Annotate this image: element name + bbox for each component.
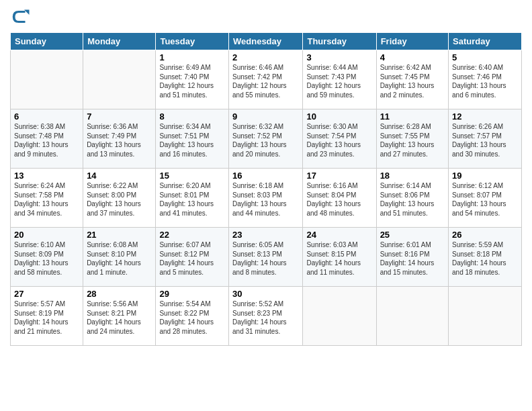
calendar-cell: 28Sunrise: 5:56 AM Sunset: 8:21 PM Dayli… [83, 287, 156, 346]
day-number: 13 [14, 171, 79, 181]
day-info: Sunrise: 6:24 AM Sunset: 7:58 PM Dayligh… [14, 181, 79, 218]
calendar-cell: 10Sunrise: 6:30 AM Sunset: 7:54 PM Dayli… [303, 109, 376, 169]
day-info: Sunrise: 6:46 AM Sunset: 7:42 PM Dayligh… [232, 63, 299, 99]
calendar-header-monday: Monday [83, 33, 156, 50]
calendar-cell: 2Sunrise: 6:46 AM Sunset: 7:42 PM Daylig… [229, 50, 303, 109]
calendar-header-tuesday: Tuesday [156, 33, 229, 50]
day-info: Sunrise: 6:03 AM Sunset: 8:15 PM Dayligh… [306, 240, 372, 277]
day-number: 5 [452, 52, 518, 62]
day-info: Sunrise: 6:16 AM Sunset: 8:04 PM Dayligh… [306, 181, 372, 218]
day-number: 11 [380, 111, 445, 122]
calendar-cell: 9Sunrise: 6:32 AM Sunset: 7:52 PM Daylig… [229, 109, 303, 169]
calendar-cell: 17Sunrise: 6:16 AM Sunset: 8:04 PM Dayli… [303, 169, 376, 228]
day-info: Sunrise: 6:40 AM Sunset: 7:46 PM Dayligh… [452, 63, 518, 99]
calendar-cell: 11Sunrise: 6:28 AM Sunset: 7:55 PM Dayli… [376, 109, 448, 169]
day-number: 12 [452, 111, 518, 122]
calendar-cell: 23Sunrise: 6:05 AM Sunset: 8:13 PM Dayli… [229, 228, 303, 287]
day-info: Sunrise: 6:05 AM Sunset: 8:13 PM Dayligh… [232, 240, 299, 277]
calendar-cell: 13Sunrise: 6:24 AM Sunset: 7:58 PM Dayli… [11, 169, 83, 228]
day-info: Sunrise: 6:26 AM Sunset: 7:57 PM Dayligh… [452, 122, 518, 158]
calendar-cell: 21Sunrise: 6:08 AM Sunset: 8:10 PM Dayli… [83, 228, 156, 287]
day-number: 3 [306, 52, 372, 62]
day-number: 4 [380, 52, 445, 62]
day-number: 28 [87, 289, 152, 299]
calendar-cell: 22Sunrise: 6:07 AM Sunset: 8:12 PM Dayli… [156, 228, 229, 287]
header [10, 7, 522, 27]
day-info: Sunrise: 6:10 AM Sunset: 8:09 PM Dayligh… [14, 240, 79, 277]
calendar-header-friday: Friday [376, 33, 448, 50]
calendar-cell: 25Sunrise: 6:01 AM Sunset: 8:16 PM Dayli… [376, 228, 448, 287]
calendar-cell: 6Sunrise: 6:38 AM Sunset: 7:48 PM Daylig… [11, 109, 83, 169]
calendar-cell: 30Sunrise: 5:52 AM Sunset: 8:23 PM Dayli… [229, 287, 303, 346]
day-number: 25 [380, 230, 445, 240]
day-info: Sunrise: 5:52 AM Sunset: 8:23 PM Dayligh… [232, 300, 299, 336]
calendar-header-thursday: Thursday [303, 33, 376, 50]
calendar-cell: 26Sunrise: 5:59 AM Sunset: 8:18 PM Dayli… [449, 228, 522, 287]
day-info: Sunrise: 6:30 AM Sunset: 7:54 PM Dayligh… [306, 122, 372, 158]
day-info: Sunrise: 6:34 AM Sunset: 7:51 PM Dayligh… [159, 122, 225, 158]
day-number: 10 [306, 111, 372, 122]
day-number: 27 [14, 289, 79, 299]
calendar-cell [11, 50, 83, 109]
day-info: Sunrise: 5:57 AM Sunset: 8:19 PM Dayligh… [14, 300, 79, 336]
calendar-week-4: 20Sunrise: 6:10 AM Sunset: 8:09 PM Dayli… [11, 228, 522, 287]
calendar-header-row: SundayMondayTuesdayWednesdayThursdayFrid… [11, 33, 522, 50]
day-number: 23 [232, 230, 299, 240]
day-info: Sunrise: 6:22 AM Sunset: 8:00 PM Dayligh… [87, 181, 152, 218]
day-info: Sunrise: 6:36 AM Sunset: 7:49 PM Dayligh… [87, 122, 152, 158]
calendar-cell: 27Sunrise: 5:57 AM Sunset: 8:19 PM Dayli… [11, 287, 83, 346]
logo [10, 7, 32, 27]
day-info: Sunrise: 5:54 AM Sunset: 8:22 PM Dayligh… [159, 300, 225, 336]
calendar-week-1: 1Sunrise: 6:49 AM Sunset: 7:40 PM Daylig… [11, 50, 522, 109]
day-number: 16 [232, 171, 299, 181]
calendar-cell: 3Sunrise: 6:44 AM Sunset: 7:43 PM Daylig… [303, 50, 376, 109]
calendar-week-5: 27Sunrise: 5:57 AM Sunset: 8:19 PM Dayli… [11, 287, 522, 346]
day-info: Sunrise: 5:56 AM Sunset: 8:21 PM Dayligh… [87, 300, 152, 336]
calendar-cell [449, 287, 522, 346]
day-info: Sunrise: 6:08 AM Sunset: 8:10 PM Dayligh… [87, 240, 152, 277]
calendar-header-sunday: Sunday [11, 33, 83, 50]
calendar-cell: 12Sunrise: 6:26 AM Sunset: 7:57 PM Dayli… [449, 109, 522, 169]
calendar-cell: 19Sunrise: 6:12 AM Sunset: 8:07 PM Dayli… [449, 169, 522, 228]
calendar-cell [376, 287, 448, 346]
day-info: Sunrise: 5:59 AM Sunset: 8:18 PM Dayligh… [452, 240, 518, 277]
calendar-container: SundayMondayTuesdayWednesdayThursdayFrid… [0, 0, 532, 411]
calendar-cell: 1Sunrise: 6:49 AM Sunset: 7:40 PM Daylig… [156, 50, 229, 109]
calendar-cell: 16Sunrise: 6:18 AM Sunset: 8:03 PM Dayli… [229, 169, 303, 228]
day-number: 14 [87, 171, 152, 181]
day-number: 19 [452, 171, 518, 181]
day-number: 7 [87, 111, 152, 122]
calendar-cell: 18Sunrise: 6:14 AM Sunset: 8:06 PM Dayli… [376, 169, 448, 228]
day-number: 18 [380, 171, 445, 181]
calendar-cell: 8Sunrise: 6:34 AM Sunset: 7:51 PM Daylig… [156, 109, 229, 169]
calendar-header-wednesday: Wednesday [229, 33, 303, 50]
day-number: 22 [159, 230, 225, 240]
calendar-cell: 29Sunrise: 5:54 AM Sunset: 8:22 PM Dayli… [156, 287, 229, 346]
calendar-cell: 14Sunrise: 6:22 AM Sunset: 8:00 PM Dayli… [83, 169, 156, 228]
day-number: 30 [232, 289, 299, 299]
calendar-week-2: 6Sunrise: 6:38 AM Sunset: 7:48 PM Daylig… [11, 109, 522, 169]
day-number: 1 [159, 52, 225, 62]
day-info: Sunrise: 6:32 AM Sunset: 7:52 PM Dayligh… [232, 122, 299, 158]
calendar-header-saturday: Saturday [449, 33, 522, 50]
calendar-cell: 5Sunrise: 6:40 AM Sunset: 7:46 PM Daylig… [449, 50, 522, 109]
day-info: Sunrise: 6:20 AM Sunset: 8:01 PM Dayligh… [159, 181, 225, 218]
calendar-table: SundayMondayTuesdayWednesdayThursdayFrid… [10, 32, 522, 346]
day-number: 24 [306, 230, 372, 240]
logo-icon [10, 7, 30, 27]
day-info: Sunrise: 6:12 AM Sunset: 8:07 PM Dayligh… [452, 181, 518, 218]
day-info: Sunrise: 6:01 AM Sunset: 8:16 PM Dayligh… [380, 240, 445, 277]
day-number: 20 [14, 230, 79, 240]
day-info: Sunrise: 6:28 AM Sunset: 7:55 PM Dayligh… [380, 122, 445, 158]
day-number: 6 [14, 111, 79, 122]
day-number: 26 [452, 230, 518, 240]
day-info: Sunrise: 6:42 AM Sunset: 7:45 PM Dayligh… [380, 63, 445, 99]
day-number: 29 [159, 289, 225, 299]
calendar-cell [83, 50, 156, 109]
calendar-cell: 20Sunrise: 6:10 AM Sunset: 8:09 PM Dayli… [11, 228, 83, 287]
day-number: 17 [306, 171, 372, 181]
calendar-cell: 24Sunrise: 6:03 AM Sunset: 8:15 PM Dayli… [303, 228, 376, 287]
calendar-week-3: 13Sunrise: 6:24 AM Sunset: 7:58 PM Dayli… [11, 169, 522, 228]
calendar-cell: 4Sunrise: 6:42 AM Sunset: 7:45 PM Daylig… [376, 50, 448, 109]
day-number: 2 [232, 52, 299, 62]
